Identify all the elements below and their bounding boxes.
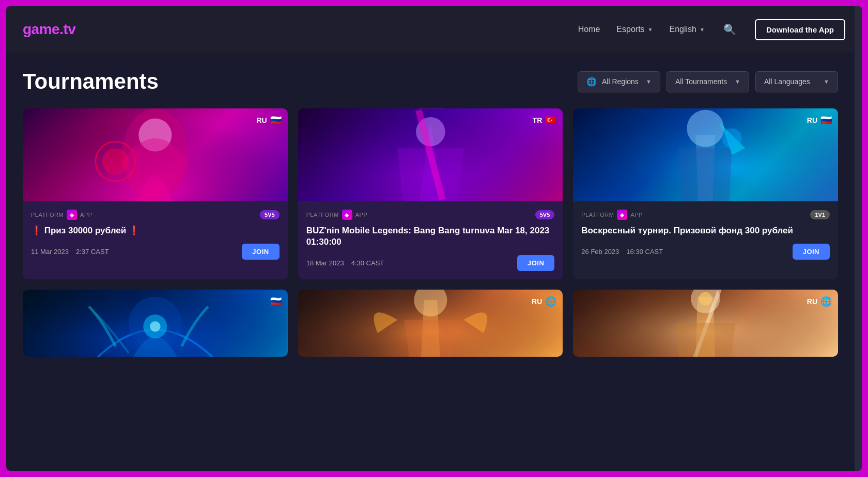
tournaments-chevron-icon: ▼ [735,78,740,85]
card-bg-4 [23,290,288,357]
card-footer-2: 18 Mar 2023 4:30 CAST JOIN [306,255,555,271]
tournament-grid: RU 🇷🇺 PLATFORM ◈ APP 5V5 ❗ Приз [23,108,838,357]
svg-point-14 [150,321,161,332]
card-date-3: 26 Feb 2023 [581,248,619,256]
flag-icon-4: 🇷🇺 [270,296,282,307]
flag-icon-2: 🇹🇷 [545,115,556,126]
card-footer-1: 11 Mar 2023 2:37 CAST JOIN [31,244,280,260]
card-bg-5 [298,290,563,357]
flag-icon-1: 🇷🇺 [270,115,282,126]
join-button-2[interactable]: JOIN [517,255,554,271]
languages-chevron-icon: ▼ [824,78,829,85]
tournaments-filter[interactable]: All Tournaments ▼ [667,71,749,92]
page-title: Tournaments [23,69,159,94]
card-body-1: PLATFORM ◈ APP 5V5 ❗ Приз 30000 рублей ❗… [23,201,288,268]
platform-row-1: PLATFORM ◈ APP 5V5 [31,210,280,220]
filters: 🌐 All Regions ▼ All Tournaments ▼ All La… [578,71,838,92]
tournament-card-4[interactable]: 🇷🇺 [23,290,288,357]
download-app-button[interactable]: Download the App [755,19,845,40]
tournament-card-3[interactable]: RU 🇷🇺 PLATFORM ◈ APP 1V1 Воскресный турн… [573,108,838,279]
card-image-6: RU 🌐 [573,290,838,357]
card-time-1: 2:37 CAST [76,248,109,256]
card-time-3: 16:30 CAST [626,248,663,256]
country-code-5: RU [532,297,542,306]
flag-icon-3: 🇷🇺 [820,115,832,126]
page-header: Tournaments 🌐 All Regions ▼ All Tourname… [23,69,838,94]
card-image-5: RU 🌐 [298,290,563,357]
svg-point-4 [102,148,129,174]
header: game.tv Home Esports ▼ English ▼ 🔍 Downl… [6,6,862,53]
regions-filter[interactable]: 🌐 All Regions ▼ [578,71,660,92]
card-date-2: 18 Mar 2023 [306,259,344,267]
card-date-1: 11 Mar 2023 [31,248,69,256]
card-bg-1 [23,108,288,201]
nav-language[interactable]: English ▼ [670,25,705,34]
game-logo-icon-2: ◈ [342,210,352,220]
tournament-card-2[interactable]: TR 🇹🇷 PLATFORM ◈ APP 5V5 BUZ'nin Mobile … [298,108,563,279]
country-badge-2: TR 🇹🇷 [533,115,557,126]
tournament-card-1[interactable]: RU 🇷🇺 PLATFORM ◈ APP 5V5 ❗ Приз [23,108,288,279]
platform-label-3: PLATFORM ◈ APP [581,210,643,220]
country-code-6: RU [807,297,817,306]
country-badge-4: 🇷🇺 [270,296,282,307]
card-image-2: TR 🇹🇷 [298,108,563,201]
flag-icon-5: 🌐 [545,296,556,307]
country-badge-6: RU 🌐 [807,296,832,307]
country-code-2: TR [533,116,542,124]
card-time-2: 4:30 CAST [351,259,384,267]
mode-badge-1: 5V5 [260,210,280,219]
card-image-1: RU 🇷🇺 [23,108,288,201]
card-footer-3: 26 Feb 2023 16:30 CAST JOIN [581,244,830,260]
card-title-1: ❗ Приз 30000 рублей ❗ [31,225,280,236]
globe-icon: 🌐 [586,77,597,87]
card-body-3: PLATFORM ◈ APP 1V1 Воскресный турнир. Пр… [573,201,838,268]
join-button-1[interactable]: JOIN [242,244,279,260]
card-bg-6 [573,290,838,357]
svg-point-10 [722,129,742,148]
logo[interactable]: game.tv [23,21,75,38]
flag-icon-6: 🌐 [820,296,832,307]
languages-filter[interactable]: All Languages ▼ [755,71,838,92]
game-logo-icon-3: ◈ [617,210,627,220]
card-bg-3 [573,108,838,201]
nav-home[interactable]: Home [578,25,600,34]
tournament-card-6[interactable]: RU 🌐 [573,290,838,357]
card-bg-2 [298,108,563,201]
country-code-3: RU [807,116,817,124]
card-body-2: PLATFORM ◈ APP 5V5 BUZ'nin Mobile Legend… [298,201,563,279]
card-image-3: RU 🇷🇺 [573,108,838,201]
country-code-1: RU [256,116,267,124]
game-logo-icon-1: ◈ [67,210,77,220]
navigation: Home Esports ▼ English ▼ 🔍 Download the … [578,19,845,40]
mode-badge-2: 5V5 [535,210,555,219]
regions-chevron-icon: ▼ [646,78,652,85]
platform-label-1: PLATFORM ◈ APP [31,210,92,220]
country-badge-3: RU 🇷🇺 [807,115,832,126]
esports-chevron-icon: ▼ [648,27,653,33]
tournament-card-5[interactable]: RU 🌐 [298,290,563,357]
country-badge-1: RU 🇷🇺 [256,115,281,126]
card-image-4: 🇷🇺 [23,290,288,357]
platform-row-3: PLATFORM ◈ APP 1V1 [581,210,830,220]
mode-badge-3: 1V1 [810,210,830,219]
svg-point-20 [699,292,712,306]
platform-label-2: PLATFORM ◈ APP [306,210,368,220]
nav-esports[interactable]: Esports ▼ [616,25,653,34]
card-title-2: BUZ'nin Mobile Legends: Bang Bang turnuv… [306,225,555,248]
platform-row-2: PLATFORM ◈ APP 5V5 [306,210,555,220]
main-content: Tournaments 🌐 All Regions ▼ All Tourname… [6,53,862,471]
card-title-3: Воскресный турнир. Призовой фонд 300 руб… [581,225,830,236]
search-button[interactable]: 🔍 [721,21,738,38]
logo-text: game.tv [23,21,75,37]
join-button-3[interactable]: JOIN [793,244,830,260]
language-chevron-icon: ▼ [700,27,705,33]
svg-point-9 [687,110,724,147]
country-badge-5: RU 🌐 [532,296,556,307]
